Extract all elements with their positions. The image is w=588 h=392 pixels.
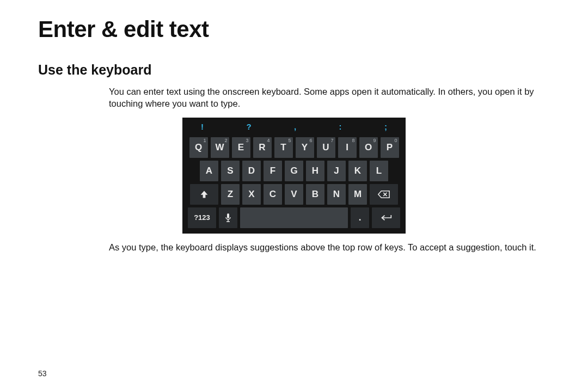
svg-rect-0 xyxy=(227,213,229,218)
key-o[interactable]: O9 xyxy=(359,137,378,158)
keyboard-row-4: ?123 . xyxy=(188,207,400,228)
enter-key[interactable] xyxy=(372,207,400,228)
backspace-icon xyxy=(378,191,390,198)
suggestion[interactable]: , xyxy=(294,122,296,131)
key-n[interactable]: N xyxy=(327,184,346,205)
enter-icon xyxy=(380,214,392,222)
suggestion[interactable]: ; xyxy=(384,122,387,131)
intro-paragraph: You can enter text using the onscreen ke… xyxy=(38,85,550,110)
suggestion[interactable]: ? xyxy=(246,122,251,131)
key-u[interactable]: U7 xyxy=(317,137,335,158)
keyboard-row-2: ASDFGHJKL xyxy=(188,161,400,181)
key-g[interactable]: G xyxy=(285,161,303,181)
key-w[interactable]: W2 xyxy=(211,137,229,158)
keyboard-row-3: ZXCVBNM xyxy=(188,184,400,205)
shift-icon xyxy=(200,190,209,199)
suggestion-row: ! ? , : ; xyxy=(188,122,400,134)
section-title: Use the keyboard xyxy=(38,62,550,78)
page-title: Enter & edit text xyxy=(38,16,550,42)
keyboard-row-1: Q1W2E3R4T5Y6U7I8O9P0 xyxy=(188,137,400,158)
backspace-key[interactable] xyxy=(370,184,398,205)
period-key[interactable]: . xyxy=(351,207,369,228)
mic-key[interactable] xyxy=(219,207,237,228)
key-e[interactable]: E3 xyxy=(232,137,250,158)
suggestion[interactable]: : xyxy=(339,122,342,131)
key-y[interactable]: Y6 xyxy=(296,137,314,158)
shift-key[interactable] xyxy=(190,184,218,205)
key-x[interactable]: X xyxy=(242,184,261,205)
onscreen-keyboard: ! ? , : ; Q1W2E3R4T5Y6U7I8O9P0 ASDFGHJKL… xyxy=(182,118,406,234)
spacebar-key[interactable] xyxy=(240,207,348,228)
key-j[interactable]: J xyxy=(327,161,346,181)
key-s[interactable]: S xyxy=(221,161,240,181)
key-a[interactable]: A xyxy=(200,161,218,181)
key-l[interactable]: L xyxy=(370,161,388,181)
mic-icon xyxy=(225,213,231,223)
key-p[interactable]: P0 xyxy=(381,137,399,158)
suggestion[interactable]: ! xyxy=(201,122,204,131)
key-m[interactable]: M xyxy=(348,184,367,205)
key-v[interactable]: V xyxy=(285,184,303,205)
key-z[interactable]: Z xyxy=(221,184,240,205)
key-c[interactable]: C xyxy=(264,184,282,205)
key-i[interactable]: I8 xyxy=(338,137,357,158)
key-f[interactable]: F xyxy=(264,161,282,181)
page-number: 53 xyxy=(38,369,47,378)
key-d[interactable]: D xyxy=(242,161,261,181)
after-paragraph: As you type, the keyboard displays sugge… xyxy=(38,241,550,253)
key-b[interactable]: B xyxy=(306,184,324,205)
key-t[interactable]: T5 xyxy=(274,137,293,158)
key-q[interactable]: Q1 xyxy=(189,137,208,158)
key-h[interactable]: H xyxy=(306,161,324,181)
key-r[interactable]: R4 xyxy=(253,137,272,158)
symbols-key[interactable]: ?123 xyxy=(188,207,216,228)
key-k[interactable]: K xyxy=(348,161,367,181)
